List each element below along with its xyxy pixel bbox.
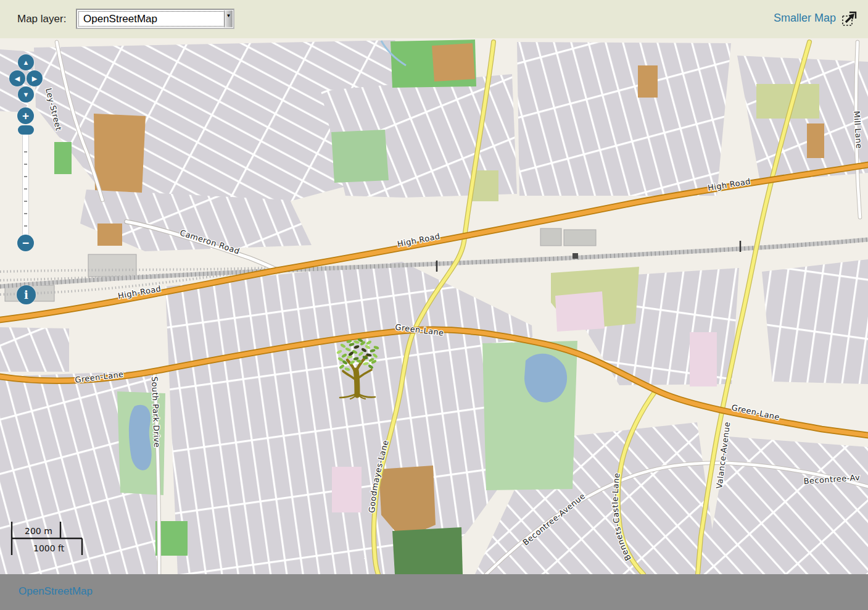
arrow-up-icon: ▲ [23,59,30,66]
zoom-slider-track[interactable] [22,125,29,246]
map-application: Map layer: OpenStreetMap ▼ Smaller Map [0,0,868,610]
arrow-down-icon: ▼ [23,91,30,98]
info-button[interactable]: i [17,285,36,304]
pan-right-button[interactable]: ▶ [27,70,43,86]
pan-down-button[interactable]: ▼ [18,86,34,102]
dropdown-arrow-button[interactable]: ▼ [224,10,233,27]
zoom-out-button[interactable]: − [17,235,34,251]
minus-icon: − [22,237,29,249]
zoom-slider-ticks [24,140,27,239]
arrow-left-icon: ◀ [15,75,20,83]
arrow-right-icon: ▶ [32,75,37,83]
map-layer-select[interactable]: OpenStreetMap ▼ [76,9,234,29]
scale-bar: 200 m 1000 ft [9,520,89,558]
map-layer-label: Map layer: [17,13,66,25]
chevron-down-icon: ▼ [226,13,231,27]
map-canvas[interactable]: Ley-Street Cameron Road High-Road High R… [0,38,868,574]
toolbar: Map layer: OpenStreetMap ▼ Smaller Map [0,0,868,38]
scale-metric-label: 200 m [25,526,52,536]
map-tiles: Ley-Street Cameron Road High-Road High R… [0,38,868,574]
openstreetmap-attribution-link[interactable]: OpenStreetMap [19,585,93,598]
map-layer-selected-value: OpenStreetMap [79,13,157,25]
info-icon: i [24,288,28,301]
scale-imperial-label: 1000 ft [33,543,65,553]
zoom-slider-handle[interactable] [18,125,34,135]
smaller-map-link[interactable]: Smaller Map [774,12,836,25]
attribution-bar: OpenStreetMap [0,574,868,610]
map-layer-select-inner: OpenStreetMap [78,11,232,27]
zoom-in-button[interactable]: + [17,107,34,124]
plus-icon: + [22,110,29,122]
resize-map-icon[interactable] [841,10,858,27]
pan-left-button[interactable]: ◀ [9,70,25,86]
pan-up-button[interactable]: ▲ [18,54,34,70]
